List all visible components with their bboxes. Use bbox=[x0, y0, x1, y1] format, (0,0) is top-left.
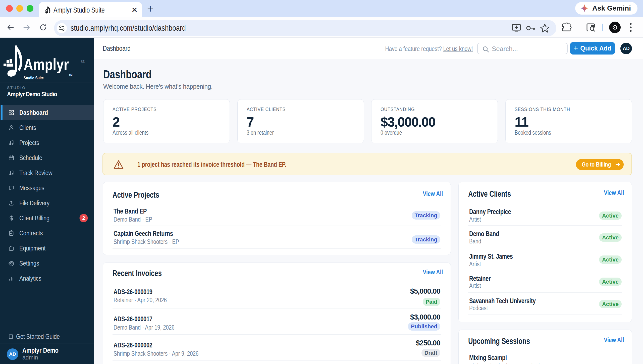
svg-text:TM: TM bbox=[69, 74, 72, 77]
svg-text:Studio Suite: Studio Suite bbox=[24, 76, 44, 80]
svg-text:Amplyr: Amplyr bbox=[24, 56, 69, 74]
